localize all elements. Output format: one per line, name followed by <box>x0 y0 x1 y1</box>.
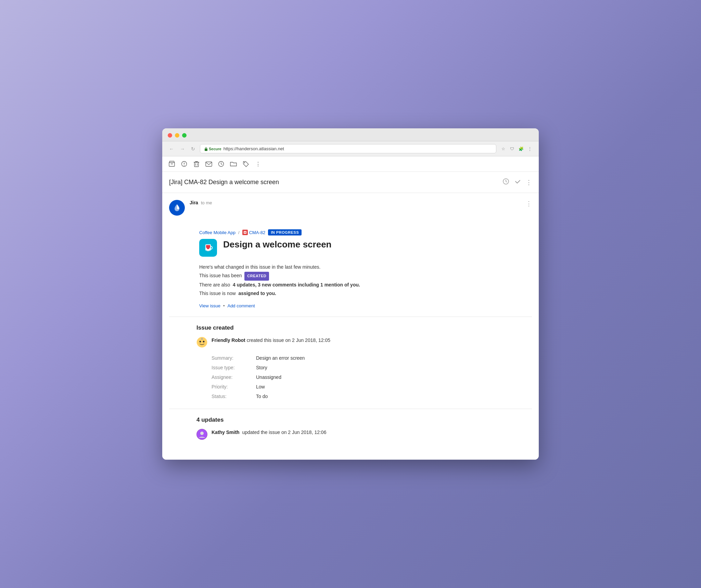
view-issue-link[interactable]: View issue <box>199 303 220 308</box>
sender-name-row: Jira to me <box>190 200 521 205</box>
trash-icon[interactable] <box>192 160 201 168</box>
detail-label-status: Status: <box>212 394 256 399</box>
email-header: [Jira] CMA-82 Design a welcome screen ⋮ <box>162 172 539 193</box>
svg-point-26 <box>200 432 204 435</box>
address-bar: ← → ↻ Secure https://handerson.atlassian… <box>162 141 539 156</box>
browser-window: ← → ↻ Secure https://handerson.atlassian… <box>162 128 539 460</box>
close-button[interactable] <box>168 133 172 138</box>
activity-row-robot: Friendly Robot created this issue on 2 J… <box>196 337 525 348</box>
desc-line4: This issue is now assigned to you. <box>199 289 522 298</box>
star-icon[interactable]: ☆ <box>500 145 507 152</box>
email-subject: [Jira] CMA-82 Design a welcome screen <box>169 179 279 186</box>
alert-icon[interactable] <box>180 160 188 168</box>
svg-rect-0 <box>205 149 207 151</box>
issue-details-table: Summary: Design an error screen Issue ty… <box>212 353 525 401</box>
project-link[interactable]: Coffee Mobile App <box>199 230 235 235</box>
issue-created-title: Issue created <box>196 324 525 331</box>
archive-icon[interactable] <box>168 160 176 168</box>
maximize-button[interactable] <box>182 133 187 138</box>
kathy-name: Kathy Smith <box>212 430 240 435</box>
issue-key-link[interactable]: CMA-82 <box>249 230 266 235</box>
issue-title: Design a welcome screen <box>223 239 331 251</box>
email-body: Jira to me ⋮ Coffee Mobile App / CMA-82 … <box>162 193 539 460</box>
detail-value-status: To do <box>256 394 268 399</box>
issue-type-icon <box>242 230 248 235</box>
robot-activity-text: Friendly Robot created this issue on 2 J… <box>212 337 330 344</box>
robot-avatar <box>196 337 207 348</box>
robot-action: created this issue on 2 Jun 2018, 12:05 <box>247 337 330 343</box>
puzzle-icon[interactable]: 🧩 <box>518 145 524 152</box>
desc-line4-bold: assigned to you. <box>238 291 276 296</box>
detail-value-type: Story <box>256 365 267 370</box>
kathy-activity-text: Kathy Smith updated the issue on 2 Jun 2… <box>212 429 326 436</box>
toolbar: ⋮ <box>162 156 539 172</box>
desc-line3-prefix: There are also <box>199 282 230 287</box>
svg-point-18 <box>207 247 209 249</box>
shield-icon[interactable]: 🛡 <box>509 145 515 152</box>
issue-header-row: Design a welcome screen <box>199 239 522 257</box>
folder-icon[interactable] <box>229 160 238 168</box>
issue-created-section: Issue created Friendly Robot created thi… <box>169 317 532 409</box>
updates-title: 4 updates <box>196 417 525 423</box>
detail-value-priority: Low <box>256 384 265 389</box>
more-header-icon[interactable]: ⋮ <box>526 179 532 186</box>
sender-info: Jira to me <box>190 200 521 205</box>
link-separator: • <box>223 303 225 308</box>
clock-icon[interactable] <box>217 160 225 168</box>
detail-row-status: Status: To do <box>212 392 525 401</box>
back-button[interactable]: ← <box>168 145 175 152</box>
minimize-button[interactable] <box>175 133 179 138</box>
detail-label-summary: Summary: <box>212 355 256 361</box>
detail-row-type: Issue type: Story <box>212 363 525 372</box>
url-bar[interactable]: Secure https://handerson.atlassian.net <box>200 144 496 153</box>
breadcrumb-separator: / <box>238 230 240 235</box>
coffee-app-icon <box>199 239 217 257</box>
desc-line2: This issue has been CREATED <box>199 271 522 280</box>
desc-line3-bold: 4 updates, 3 new comments including 1 me… <box>233 282 360 287</box>
svg-point-5 <box>184 165 184 166</box>
issue-badge: CMA-82 <box>242 230 266 235</box>
desc-line4-prefix: This issue is now <box>199 291 236 296</box>
svg-point-22 <box>203 341 205 342</box>
detail-row-priority: Priority: Low <box>212 382 525 392</box>
updates-section: 4 updates Kathy Smith updated the issue … <box>169 409 532 453</box>
kathy-action: updated the issue on 2 Jun 2018, 12:06 <box>242 430 326 435</box>
status-badge: IN PROGRESS <box>268 229 302 235</box>
forward-button[interactable]: → <box>179 145 186 152</box>
sender-menu-icon[interactable]: ⋮ <box>526 200 532 207</box>
svg-rect-1 <box>169 163 175 166</box>
clock-header-icon[interactable] <box>502 178 509 187</box>
jira-breadcrumb: Coffee Mobile App / CMA-82 IN PROGRESS <box>199 229 522 235</box>
svg-point-12 <box>244 162 245 163</box>
sender-to: to me <box>201 200 212 205</box>
checkmark-icon[interactable] <box>514 178 521 187</box>
desc-line3: There are also 4 updates, 3 new comments… <box>199 281 522 289</box>
kathy-avatar <box>196 429 207 440</box>
url-text: https://handerson.atlassian.net <box>224 146 284 151</box>
svg-rect-23 <box>201 338 203 340</box>
desc-line2-prefix: This issue has been <box>199 273 242 278</box>
issue-links: View issue • Add comment <box>199 303 522 308</box>
activity-row-kathy: Kathy Smith updated the issue on 2 Jun 2… <box>196 429 525 440</box>
email-header-actions: ⋮ <box>502 178 532 187</box>
svg-point-21 <box>200 341 201 342</box>
secure-label: Secure <box>209 147 221 151</box>
jira-avatar <box>169 200 185 216</box>
refresh-button[interactable]: ↻ <box>190 145 196 152</box>
svg-rect-19 <box>207 251 209 251</box>
created-badge: CREATED <box>244 272 269 281</box>
detail-row-assignee: Assignee: Unassigned <box>212 372 525 382</box>
detail-label-priority: Priority: <box>212 384 256 389</box>
add-comment-link[interactable]: Add comment <box>227 303 255 308</box>
mail-icon[interactable] <box>205 160 213 168</box>
secure-badge: Secure <box>204 147 221 151</box>
more-icon[interactable]: ⋮ <box>526 145 533 152</box>
title-bar <box>162 128 539 141</box>
more-toolbar-icon[interactable]: ⋮ <box>254 160 262 168</box>
detail-value-summary: Design an error screen <box>256 355 305 361</box>
detail-row-summary: Summary: Design an error screen <box>212 353 525 363</box>
svg-rect-6 <box>194 162 199 167</box>
detail-label-assignee: Assignee: <box>212 374 256 380</box>
sender-row: Jira to me ⋮ <box>169 193 532 221</box>
tag-icon[interactable] <box>242 160 250 168</box>
